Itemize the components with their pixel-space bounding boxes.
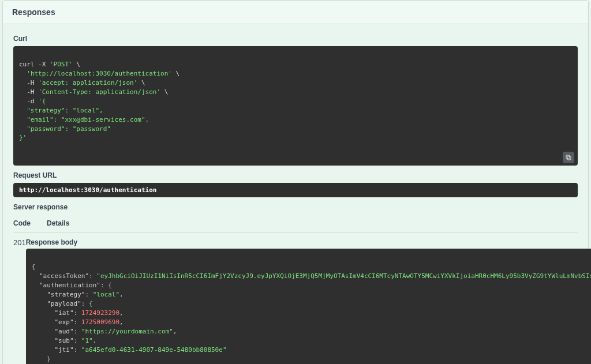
payload-exp: 1725009690 <box>81 318 119 326</box>
access-token: eyJhbGciOiJIUzI1NiIsInR5cCI6ImFjY2VzcyJ9… <box>100 272 591 280</box>
responses-panel: Responses Curl curl -X 'POST' \ 'http://… <box>2 0 589 364</box>
svg-rect-1 <box>566 155 570 159</box>
copy-icon[interactable] <box>563 152 574 163</box>
response-row: 201 Response body { "accessToken": "eyJh… <box>13 232 578 364</box>
auth-strategy: local <box>96 291 115 298</box>
request-url-value: http://localhost:3030/authentication <box>13 183 578 197</box>
curl-accept-header: accept: application/json <box>42 79 134 87</box>
svg-rect-0 <box>567 156 571 160</box>
response-body-block: { "accessToken": "eyJhbGciOiJIUzI1NiIsIn… <box>26 249 591 364</box>
status-code: 201 <box>13 238 26 364</box>
payload-iat: 1724923290 <box>81 309 119 317</box>
curl-body-password: "password": "password" <box>27 125 111 133</box>
payload-sub: 1 <box>85 337 89 344</box>
response-table-header: Code Details <box>13 216 578 232</box>
curl-label: Curl <box>13 35 578 43</box>
payload-aud: https://yourdomain.com <box>85 328 169 335</box>
curl-body-email: "email": "xxx@dbi-services.com", <box>27 116 149 123</box>
curl-body-strategy: "strategy": "local", <box>27 107 103 114</box>
response-body-label: Response body <box>26 238 591 246</box>
curl-method: POST <box>54 61 69 68</box>
payload-jti: a645efd0-4631-4907-849e-5480bb80850e <box>85 346 222 354</box>
server-response-label: Server response <box>13 203 578 211</box>
responses-content: Curl curl -X 'POST' \ 'http://localhost:… <box>3 24 588 364</box>
curl-block: curl -X 'POST' \ 'http://localhost:3030/… <box>13 46 578 166</box>
curl-content-type-header: Content-Type: application/json <box>42 88 157 96</box>
details-header: Details <box>47 219 578 227</box>
code-header: Code <box>13 219 47 227</box>
request-url-label: Request URL <box>13 171 578 179</box>
curl-url: http://localhost:3030/authentication <box>31 70 168 77</box>
responses-title: Responses <box>3 1 588 24</box>
